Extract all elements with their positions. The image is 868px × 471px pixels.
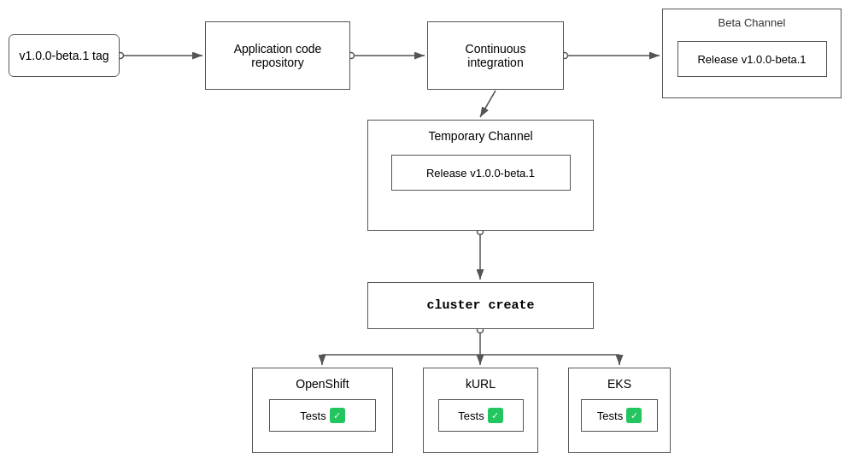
kurl-tests-label: Tests ✓ <box>458 408 502 423</box>
svg-line-9 <box>480 91 496 117</box>
kurl-checkmark: ✓ <box>488 408 503 423</box>
openshift-box: OpenShift Tests ✓ <box>252 368 393 453</box>
openshift-tests-inner: Tests ✓ <box>269 399 376 432</box>
tag-label: v1.0.0-beta.1 tag <box>19 49 108 62</box>
beta-release-inner-box: Release v1.0.0-beta.1 <box>677 41 827 77</box>
ci-label: Continuousintegration <box>466 42 526 69</box>
tag-box: v1.0.0-beta.1 tag <box>9 34 120 77</box>
temp-channel-box: Temporary Channel Release v1.0.0-beta.1 <box>367 120 594 231</box>
beta-release-label: Release v1.0.0-beta.1 <box>697 53 806 66</box>
kurl-tests-inner: Tests ✓ <box>438 399 524 432</box>
temp-channel-label: Temporary Channel <box>428 129 532 143</box>
temp-release-inner-box: Release v1.0.0-beta.1 <box>391 155 571 191</box>
cluster-create-label: cluster create <box>426 298 534 313</box>
ci-box: Continuousintegration <box>427 21 564 90</box>
eks-tests-inner: Tests ✓ <box>581 399 658 432</box>
openshift-label: OpenShift <box>296 377 349 391</box>
kurl-box: kURL Tests ✓ <box>423 368 538 453</box>
eks-label: EKS <box>607 377 631 391</box>
cluster-create-box: cluster create <box>367 282 594 329</box>
openshift-tests-label: Tests ✓ <box>300 408 344 423</box>
eks-checkmark: ✓ <box>626 408 642 423</box>
kurl-label: kURL <box>466 377 496 391</box>
repo-box: Application coderepository <box>205 21 350 90</box>
diagram-container: v1.0.0-beta.1 tag Application codereposi… <box>0 0 868 471</box>
beta-channel-label: Beta Channel <box>718 16 786 29</box>
repo-label: Application coderepository <box>234 42 322 69</box>
openshift-checkmark: ✓ <box>330 408 345 423</box>
eks-box: EKS Tests ✓ <box>568 368 671 453</box>
eks-tests-label: Tests ✓ <box>597 408 642 423</box>
temp-release-label: Release v1.0.0-beta.1 <box>426 167 535 180</box>
beta-channel-box: Beta Channel Release v1.0.0-beta.1 <box>662 9 842 98</box>
